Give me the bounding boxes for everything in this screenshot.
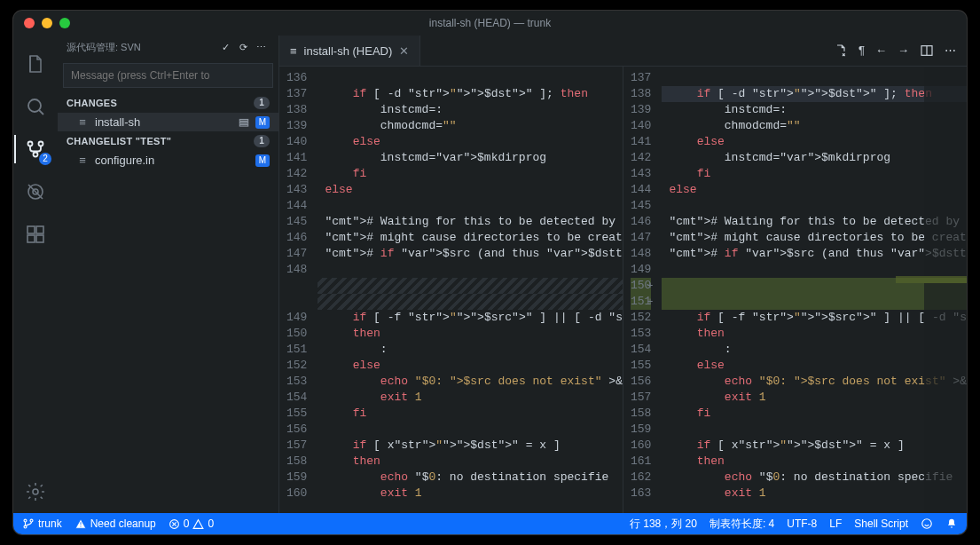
minimize-window-button[interactable] <box>42 18 52 28</box>
diff-left-pane[interactable]: 136137138139140141142143144145146147148 … <box>279 67 623 513</box>
scm-sidebar: 源代码管理: SVN ✓ ⟳ ⋯ CHANGES 1 ≡ install-sh … <box>58 36 279 513</box>
prev-change-icon[interactable]: ← <box>875 43 887 58</box>
svg-point-10 <box>33 489 38 494</box>
feedback-smiley-icon[interactable] <box>921 517 933 530</box>
commit-check-icon[interactable]: ✓ <box>216 42 234 53</box>
zoom-window-button[interactable] <box>59 18 70 28</box>
tab-close-icon[interactable]: ✕ <box>399 44 409 58</box>
file-icon: ≡ <box>75 154 90 167</box>
debug-icon[interactable] <box>14 170 57 213</box>
changelist-label: CHANGELIST "TEST" <box>67 136 171 146</box>
file-icon: ≡ <box>75 115 90 129</box>
status-bar: trunk Need cleanup 0 0 行 138，列 20 制表符长度:… <box>13 513 967 534</box>
discard-changes-icon[interactable] <box>238 116 252 129</box>
search-icon[interactable] <box>14 85 57 128</box>
svg-point-3 <box>34 153 38 157</box>
svg-rect-8 <box>27 235 35 242</box>
more-actions-icon[interactable]: ⋯ <box>252 42 270 53</box>
svg-point-16 <box>30 519 33 522</box>
titlebar: install-sh (HEAD) — trunk <box>13 11 967 36</box>
language-mode[interactable]: Shell Script <box>854 517 908 530</box>
svg-rect-6 <box>27 226 35 233</box>
svg-point-17 <box>24 525 27 528</box>
modified-badge: M <box>255 116 270 129</box>
svg-rect-7 <box>36 226 43 233</box>
svg-point-0 <box>28 99 41 112</box>
file-item-install-sh[interactable]: ≡ install-sh M <box>58 113 278 131</box>
tab-file-icon: ≡ <box>290 44 297 58</box>
changes-label: CHANGES <box>67 98 117 108</box>
whitespace-toggle-icon[interactable]: ¶ <box>858 43 865 58</box>
extensions-icon[interactable] <box>14 213 57 256</box>
svg-rect-11 <box>239 119 247 121</box>
commit-message-input-wrap <box>63 63 273 88</box>
next-change-icon[interactable]: → <box>898 43 909 58</box>
editor-more-icon[interactable]: ⋯ <box>945 43 956 58</box>
close-window-button[interactable] <box>24 18 35 28</box>
tab-label: install-sh (HEAD) <box>304 44 393 58</box>
editor-group: ≡ install-sh (HEAD) ✕ ¶ ← → ⋯ <box>279 36 967 513</box>
tab-install-sh-head[interactable]: ≡ install-sh (HEAD) ✕ <box>279 36 420 66</box>
window-title: install-sh (HEAD) — trunk <box>13 17 967 29</box>
settings-gear-icon[interactable] <box>14 470 57 513</box>
problems-status[interactable]: 0 0 <box>169 517 214 530</box>
traffic-lights <box>24 18 70 28</box>
right-gutter: 1371381391401411421431441451461471481491… <box>623 67 662 513</box>
changelist-count: 1 <box>254 135 270 147</box>
editor-actions: ¶ ← → ⋯ <box>823 43 967 58</box>
app-window: install-sh (HEAD) — trunk 2 <box>13 11 967 534</box>
eol[interactable]: LF <box>829 517 842 530</box>
scm-badge: 2 <box>39 153 51 165</box>
changelist-section[interactable]: CHANGELIST "TEST" 1 <box>58 131 278 151</box>
modified-badge: M <box>255 154 270 167</box>
diff-right-pane[interactable]: 1371381391401411421431441451461471481491… <box>623 67 967 513</box>
encoding[interactable]: UTF-8 <box>787 517 817 530</box>
refresh-icon[interactable]: ⟳ <box>234 42 252 53</box>
svg-point-1 <box>28 142 33 146</box>
cleanup-warning[interactable]: Need cleanup <box>74 517 156 530</box>
svg-point-19 <box>922 519 932 529</box>
left-code[interactable]: if [ -d "str">"">">$dst">" ]; then instc… <box>318 67 623 513</box>
left-gutter: 136137138139140141142143144145146147148 … <box>279 67 318 513</box>
cursor-position[interactable]: 行 138，列 20 <box>630 517 697 532</box>
svg-rect-9 <box>36 235 43 242</box>
changes-section[interactable]: CHANGES 1 <box>58 93 278 113</box>
file-item-configure-in[interactable]: ≡ configure.in M <box>58 151 278 170</box>
explorer-icon[interactable] <box>14 43 57 85</box>
changes-count: 1 <box>254 97 270 109</box>
scm-provider-label: 源代码管理: SVN <box>67 41 216 54</box>
split-editor-icon[interactable] <box>920 43 934 58</box>
file-label: configure.in <box>95 154 252 167</box>
svg-point-2 <box>39 142 43 146</box>
tab-size[interactable]: 制表符长度: 4 <box>710 517 774 532</box>
svg-rect-12 <box>239 122 247 123</box>
tabs-row: ≡ install-sh (HEAD) ✕ ¶ ← → ⋯ <box>279 36 967 67</box>
branch-status[interactable]: trunk <box>22 517 62 530</box>
file-label: install-sh <box>95 115 238 129</box>
diff-editor[interactable]: 136137138139140141142143144145146147148 … <box>279 67 967 513</box>
right-code[interactable]: if [ -d "str">"">">$dst">" ]; then instc… <box>662 67 967 513</box>
scm-header: 源代码管理: SVN ✓ ⟳ ⋯ <box>58 36 278 59</box>
activity-bar: 2 <box>13 36 58 513</box>
notifications-bell-icon[interactable] <box>945 517 958 530</box>
go-to-file-icon[interactable] <box>834 43 848 58</box>
source-control-icon[interactable]: 2 <box>14 128 57 170</box>
svg-rect-13 <box>239 124 247 126</box>
svg-point-15 <box>24 519 27 522</box>
commit-message-input[interactable] <box>63 63 273 88</box>
